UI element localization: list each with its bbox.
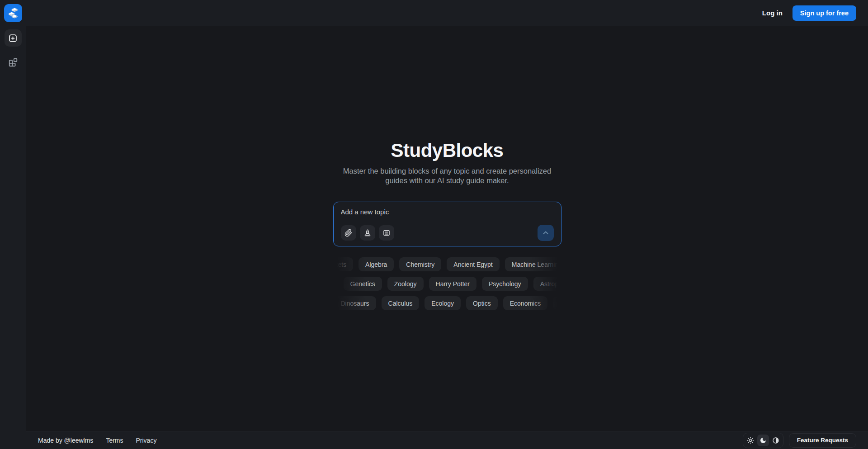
main-content: StudyBlocks Master the building blocks o… <box>26 26 868 431</box>
theme-light-button[interactable] <box>745 435 756 446</box>
signup-button[interactable]: Sign up for free <box>793 5 856 21</box>
notes-tool-button[interactable] <box>379 225 394 241</box>
topic-chip-ancient-egypt[interactable]: Ancient Egypt <box>447 257 499 271</box>
topic-chip-harry-potter[interactable]: Harry Potter <box>429 277 476 291</box>
app-logo[interactable] <box>4 4 22 22</box>
footer-links: Made by @leewlms Terms Privacy <box>38 437 156 444</box>
composer-toolbar <box>341 225 554 241</box>
hero-subtitle-line1: Master the building blocks of any topic … <box>343 167 551 175</box>
topic-chip-rows: RocketsAlgebraChemistryAncient EgyptMach… <box>333 257 561 310</box>
theme-dark-button[interactable] <box>757 435 769 446</box>
app-root: Log in Sign up for free StudyBlocks Mast… <box>0 0 868 449</box>
topic-chip-physics[interactable]: Physics <box>553 296 561 310</box>
cone-tool-button[interactable] <box>360 225 375 241</box>
topic-suggestions-carousel: RocketsAlgebraChemistryAncient EgyptMach… <box>333 257 561 310</box>
topic-chip-calculus[interactable]: Calculus <box>382 296 420 310</box>
made-by-credit[interactable]: Made by @leewlms <box>38 437 93 444</box>
stacked-blocks-logo-icon <box>7 7 19 19</box>
footer: Made by @leewlms Terms Privacy <box>26 431 868 449</box>
topic-composer <box>333 202 561 246</box>
paperclip-icon <box>344 229 353 237</box>
content-column: Log in Sign up for free StudyBlocks Mast… <box>26 0 868 449</box>
topic-chip-optics[interactable]: Optics <box>466 296 498 310</box>
topic-chip-zoology[interactable]: Zoology <box>387 277 424 291</box>
privacy-link[interactable]: Privacy <box>136 437 157 444</box>
submit-topic-button[interactable] <box>538 225 554 241</box>
sun-icon <box>747 437 754 444</box>
topic-chip-row: RocketsAlgebraChemistryAncient EgyptMach… <box>333 257 561 271</box>
footer-actions: Feature Requests <box>743 433 856 448</box>
topic-chip-psychology[interactable]: Psychology <box>482 277 528 291</box>
attach-file-button[interactable] <box>341 225 356 241</box>
page-title: StudyBlocks <box>391 140 504 161</box>
new-topic-button[interactable] <box>5 29 22 47</box>
cone-icon <box>363 229 372 237</box>
blocks-icon <box>8 57 18 67</box>
topic-chip-genetics[interactable]: Genetics <box>344 277 382 291</box>
topic-chip-chemistry[interactable]: Chemistry <box>399 257 441 271</box>
contrast-icon <box>772 437 779 444</box>
topic-chip-astrophysics[interactable]: Astrophysics <box>533 277 561 291</box>
sidebar <box>0 0 26 449</box>
terms-link[interactable]: Terms <box>106 437 123 444</box>
topbar: Log in Sign up for free <box>26 0 868 26</box>
theme-system-button[interactable] <box>770 435 782 446</box>
chevron-up-icon <box>541 228 550 237</box>
topic-chip-algebra[interactable]: Algebra <box>359 257 394 271</box>
topic-chip-row: DinosaursCalculusEcologyOpticsEconomicsP… <box>334 296 561 310</box>
square-plus-icon <box>8 33 18 43</box>
moon-icon <box>760 437 767 444</box>
theme-switcher <box>743 433 783 448</box>
topic-chip-economics[interactable]: Economics <box>503 296 547 310</box>
hero-subtitle-line2: guides with our AI study guide maker. <box>385 176 509 184</box>
topic-chip-rockets[interactable]: Rockets <box>333 257 354 271</box>
topic-chip-dinosaurs[interactable]: Dinosaurs <box>334 296 376 310</box>
login-button[interactable]: Log in <box>762 9 783 17</box>
notes-icon <box>382 229 391 237</box>
hero-subtitle: Master the building blocks of any topic … <box>343 166 551 185</box>
sidebar-item-blocks[interactable] <box>5 56 22 69</box>
feature-requests-button[interactable]: Feature Requests <box>789 433 856 448</box>
topic-chip-row: GeneticsZoologyHarry PotterPsychologyAst… <box>344 277 561 291</box>
topic-input[interactable] <box>341 208 554 219</box>
topic-chip-machine-learning[interactable]: Machine Learning <box>505 257 561 271</box>
topic-chip-ecology[interactable]: Ecology <box>425 296 461 310</box>
